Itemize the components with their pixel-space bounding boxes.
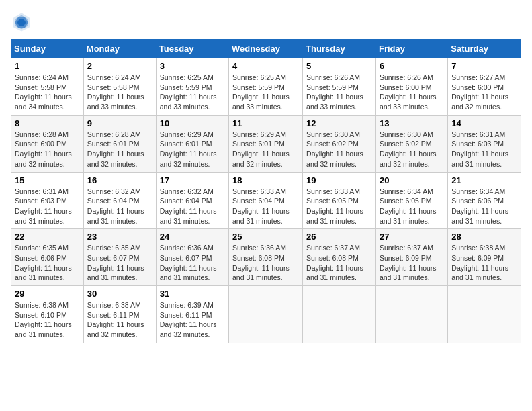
- day-info: Sunrise: 6:37 AM Sunset: 6:08 PM Dayligh…: [306, 243, 372, 283]
- day-number: 21: [451, 175, 517, 185]
- day-info: Sunrise: 6:35 AM Sunset: 6:07 PM Dayligh…: [87, 243, 152, 283]
- day-info: Sunrise: 6:34 AM Sunset: 6:06 PM Dayligh…: [451, 187, 517, 226]
- calendar-week-row: 1 Sunrise: 6:24 AM Sunset: 5:58 PM Dayli…: [11, 58, 521, 116]
- calendar-week-row: 22 Sunrise: 6:35 AM Sunset: 6:06 PM Dayl…: [11, 229, 521, 286]
- page-header: [11, 11, 521, 32]
- calendar-cell: [229, 286, 303, 343]
- day-info: Sunrise: 6:32 AM Sunset: 6:04 PM Dayligh…: [87, 187, 152, 226]
- day-number: 14: [451, 118, 517, 128]
- calendar-cell: 17 Sunrise: 6:32 AM Sunset: 6:04 PM Dayl…: [156, 172, 228, 229]
- calendar-cell: [448, 286, 521, 343]
- day-info: Sunrise: 6:24 AM Sunset: 5:58 PM Dayligh…: [87, 73, 152, 112]
- day-number: 7: [451, 61, 517, 71]
- day-number: 27: [380, 232, 444, 242]
- calendar-header-wednesday: Wednesday: [229, 40, 303, 58]
- calendar-cell: 26 Sunrise: 6:37 AM Sunset: 6:08 PM Dayl…: [303, 229, 376, 286]
- calendar-cell: 22 Sunrise: 6:35 AM Sunset: 6:06 PM Dayl…: [11, 229, 84, 286]
- calendar-cell: 14 Sunrise: 6:31 AM Sunset: 6:03 PM Dayl…: [448, 115, 521, 172]
- day-info: Sunrise: 6:39 AM Sunset: 6:11 PM Dayligh…: [160, 300, 225, 340]
- day-number: 16: [87, 175, 152, 185]
- day-info: Sunrise: 6:31 AM Sunset: 6:03 PM Dayligh…: [451, 130, 517, 169]
- calendar-cell: 10 Sunrise: 6:29 AM Sunset: 6:01 PM Dayl…: [156, 115, 228, 172]
- day-info: Sunrise: 6:30 AM Sunset: 6:02 PM Dayligh…: [306, 130, 372, 169]
- calendar-cell: 21 Sunrise: 6:34 AM Sunset: 6:06 PM Dayl…: [448, 172, 521, 229]
- calendar-cell: 2 Sunrise: 6:24 AM Sunset: 5:58 PM Dayli…: [83, 58, 156, 116]
- calendar-week-row: 29 Sunrise: 6:38 AM Sunset: 6:10 PM Dayl…: [11, 286, 521, 343]
- day-number: 13: [380, 118, 444, 128]
- calendar-cell: 4 Sunrise: 6:25 AM Sunset: 5:59 PM Dayli…: [229, 58, 303, 116]
- day-info: Sunrise: 6:26 AM Sunset: 5:59 PM Dayligh…: [306, 73, 372, 112]
- day-number: 22: [15, 232, 80, 242]
- day-number: 30: [87, 289, 152, 299]
- day-info: Sunrise: 6:32 AM Sunset: 6:04 PM Dayligh…: [160, 187, 225, 226]
- day-info: Sunrise: 6:29 AM Sunset: 6:01 PM Dayligh…: [232, 130, 299, 169]
- day-number: 18: [232, 175, 299, 185]
- calendar-cell: 15 Sunrise: 6:31 AM Sunset: 6:03 PM Dayl…: [11, 172, 84, 229]
- day-number: 1: [15, 61, 80, 71]
- calendar-header-row: SundayMondayTuesdayWednesdayThursdayFrid…: [11, 40, 521, 58]
- day-info: Sunrise: 6:36 AM Sunset: 6:07 PM Dayligh…: [160, 243, 225, 283]
- day-info: Sunrise: 6:25 AM Sunset: 5:59 PM Dayligh…: [160, 73, 225, 112]
- day-number: 29: [15, 289, 80, 299]
- calendar-cell: 3 Sunrise: 6:25 AM Sunset: 5:59 PM Dayli…: [156, 58, 228, 116]
- calendar-cell: 31 Sunrise: 6:39 AM Sunset: 6:11 PM Dayl…: [156, 286, 228, 343]
- logo-icon: [11, 11, 32, 32]
- day-number: 12: [306, 118, 372, 128]
- day-info: Sunrise: 6:29 AM Sunset: 6:01 PM Dayligh…: [160, 130, 225, 169]
- day-info: Sunrise: 6:36 AM Sunset: 6:08 PM Dayligh…: [232, 243, 299, 283]
- calendar-cell: [303, 286, 376, 343]
- day-info: Sunrise: 6:33 AM Sunset: 6:04 PM Dayligh…: [232, 187, 299, 226]
- calendar-cell: 20 Sunrise: 6:34 AM Sunset: 6:05 PM Dayl…: [375, 172, 447, 229]
- day-number: 23: [87, 232, 152, 242]
- day-info: Sunrise: 6:28 AM Sunset: 6:01 PM Dayligh…: [87, 130, 152, 169]
- calendar-cell: 1 Sunrise: 6:24 AM Sunset: 5:58 PM Dayli…: [11, 58, 84, 116]
- day-info: Sunrise: 6:33 AM Sunset: 6:05 PM Dayligh…: [306, 187, 372, 226]
- day-number: 5: [306, 61, 372, 71]
- day-number: 17: [160, 175, 225, 185]
- day-number: 4: [232, 61, 299, 71]
- day-info: Sunrise: 6:25 AM Sunset: 5:59 PM Dayligh…: [232, 73, 299, 112]
- calendar-header-tuesday: Tuesday: [156, 40, 228, 58]
- day-number: 6: [380, 61, 444, 71]
- calendar-week-row: 8 Sunrise: 6:28 AM Sunset: 6:00 PM Dayli…: [11, 115, 521, 172]
- calendar-cell: 13 Sunrise: 6:30 AM Sunset: 6:02 PM Dayl…: [375, 115, 447, 172]
- calendar-cell: 7 Sunrise: 6:27 AM Sunset: 6:00 PM Dayli…: [448, 58, 521, 116]
- calendar-table: SundayMondayTuesdayWednesdayThursdayFrid…: [11, 39, 521, 343]
- calendar-cell: 11 Sunrise: 6:29 AM Sunset: 6:01 PM Dayl…: [229, 115, 303, 172]
- day-info: Sunrise: 6:26 AM Sunset: 6:00 PM Dayligh…: [380, 73, 444, 112]
- calendar-cell: 30 Sunrise: 6:38 AM Sunset: 6:11 PM Dayl…: [83, 286, 156, 343]
- day-number: 25: [232, 232, 299, 242]
- calendar-cell: 12 Sunrise: 6:30 AM Sunset: 6:02 PM Dayl…: [303, 115, 376, 172]
- calendar-week-row: 15 Sunrise: 6:31 AM Sunset: 6:03 PM Dayl…: [11, 172, 521, 229]
- calendar-cell: 6 Sunrise: 6:26 AM Sunset: 6:00 PM Dayli…: [375, 58, 447, 116]
- day-info: Sunrise: 6:31 AM Sunset: 6:03 PM Dayligh…: [15, 187, 80, 226]
- calendar-header-saturday: Saturday: [448, 40, 521, 58]
- calendar-header-thursday: Thursday: [303, 40, 376, 58]
- day-info: Sunrise: 6:24 AM Sunset: 5:58 PM Dayligh…: [15, 73, 80, 112]
- day-info: Sunrise: 6:30 AM Sunset: 6:02 PM Dayligh…: [380, 130, 444, 169]
- day-number: 28: [451, 232, 517, 242]
- calendar-cell: 25 Sunrise: 6:36 AM Sunset: 6:08 PM Dayl…: [229, 229, 303, 286]
- day-info: Sunrise: 6:38 AM Sunset: 6:10 PM Dayligh…: [15, 300, 80, 340]
- calendar-cell: [375, 286, 447, 343]
- day-info: Sunrise: 6:28 AM Sunset: 6:00 PM Dayligh…: [15, 130, 80, 169]
- calendar-cell: 23 Sunrise: 6:35 AM Sunset: 6:07 PM Dayl…: [83, 229, 156, 286]
- logo[interactable]: [11, 11, 35, 32]
- day-number: 15: [15, 175, 80, 185]
- day-number: 9: [87, 118, 152, 128]
- day-number: 3: [160, 61, 225, 71]
- day-info: Sunrise: 6:34 AM Sunset: 6:05 PM Dayligh…: [380, 187, 444, 226]
- day-info: Sunrise: 6:38 AM Sunset: 6:11 PM Dayligh…: [87, 300, 152, 340]
- calendar-cell: 16 Sunrise: 6:32 AM Sunset: 6:04 PM Dayl…: [83, 172, 156, 229]
- day-number: 10: [160, 118, 225, 128]
- calendar-cell: 29 Sunrise: 6:38 AM Sunset: 6:10 PM Dayl…: [11, 286, 84, 343]
- day-number: 2: [87, 61, 152, 71]
- day-number: 31: [160, 289, 225, 299]
- calendar-cell: 28 Sunrise: 6:38 AM Sunset: 6:09 PM Dayl…: [448, 229, 521, 286]
- calendar-header-monday: Monday: [83, 40, 156, 58]
- calendar-cell: 27 Sunrise: 6:37 AM Sunset: 6:09 PM Dayl…: [375, 229, 447, 286]
- day-number: 24: [160, 232, 225, 242]
- day-number: 8: [15, 118, 80, 128]
- day-number: 11: [232, 118, 299, 128]
- day-info: Sunrise: 6:27 AM Sunset: 6:00 PM Dayligh…: [451, 73, 517, 112]
